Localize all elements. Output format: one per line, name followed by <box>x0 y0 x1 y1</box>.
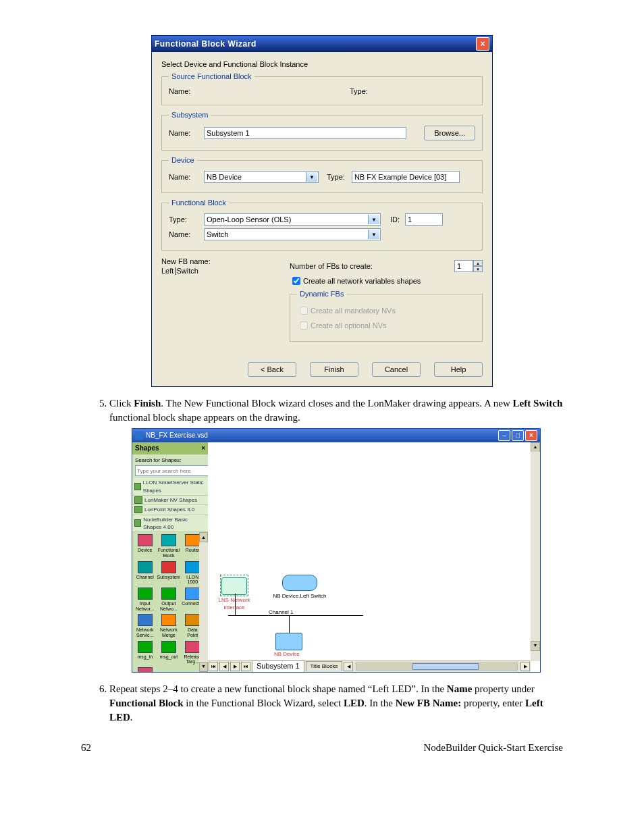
back-button[interactable]: < Back <box>248 362 296 377</box>
chevron-up-icon: ▲ <box>473 260 483 266</box>
fb-type-label: Type: <box>169 215 204 224</box>
tab-bar: ⏮ ◀ ▶ ⏭ Subsystem 1 Title Blocks ◀ ▶ <box>208 660 531 672</box>
drawing-canvas[interactable]: LNS Network Interface NB Device.Left Swi… <box>208 442 540 672</box>
chevron-down-icon: ▼ <box>368 230 379 239</box>
last-tab-icon[interactable]: ⏭ <box>241 662 250 671</box>
chevron-down-icon: ▼ <box>473 266 483 272</box>
close-icon[interactable]: × <box>525 430 537 441</box>
stencil-item[interactable]: LonMaker NV Shapes <box>132 496 208 505</box>
dialog-titlebar[interactable]: Functional Block Wizard × <box>152 36 492 52</box>
device-name-select[interactable]: NB Device▼ <box>204 171 319 183</box>
shape-item[interactable]: Network Servic... <box>134 614 156 637</box>
num-fbs-label: Number of FBs to create: <box>290 262 454 270</box>
drawing-titlebar[interactable]: NB_FX Exercise.vsd – □ × <box>132 429 540 442</box>
subsystem-name-field[interactable] <box>204 127 406 139</box>
id-field[interactable] <box>405 213 443 226</box>
prev-tab-icon[interactable]: ◀ <box>219 662 229 671</box>
drawing-filename: NB_FX Exercise.vsd <box>146 431 495 440</box>
stencil-item[interactable]: i.LON SmartServer Static Shapes <box>132 478 208 496</box>
stencil-item[interactable]: NodeBuilder Basic Shapes 4.00 <box>132 515 208 533</box>
step-5: Click Finish. The New Functional Block w… <box>109 396 563 673</box>
first-tab-icon[interactable]: ⏮ <box>209 662 218 671</box>
shape-item[interactable]: Network Merge <box>157 614 181 637</box>
minimize-icon[interactable]: – <box>498 430 510 441</box>
fb-type-select[interactable]: Open-Loop Sensor (OLS)▼ <box>204 213 381 226</box>
lns-label: LNS Network Interface <box>211 596 258 612</box>
close-icon[interactable]: × <box>476 37 489 51</box>
visio-drawing-window: NB_FX Exercise.vsd – □ × Shapes× Search … <box>132 428 541 673</box>
shape-item[interactable]: Channel <box>134 561 156 585</box>
maximize-icon[interactable]: □ <box>512 430 524 441</box>
shape-item[interactable]: Subsystem <box>157 561 181 585</box>
subsystem-name-label: Name: <box>169 129 204 137</box>
shape-item[interactable]: Device <box>134 534 156 558</box>
source-fb-group: Source Functional Block Name: Type: <box>161 72 483 105</box>
shape-item[interactable]: msg_in <box>134 641 156 664</box>
scroll-up-icon[interactable]: ▲ <box>199 532 208 542</box>
scroll-left-icon[interactable]: ◀ <box>344 662 353 671</box>
create-mandatory-nvs-checkbox <box>300 307 308 315</box>
scroll-down-icon[interactable]: ▼ <box>199 662 208 672</box>
tab-title-blocks[interactable]: Title Blocks <box>306 661 343 671</box>
cancel-button[interactable]: Cancel <box>372 362 421 377</box>
shapes-panel: Shapes× Search for Shapes: v → i.LON Sma… <box>132 442 208 672</box>
shape-item[interactable]: Develop... Target <box>134 667 156 671</box>
browse-button[interactable]: Browse... <box>424 126 475 140</box>
close-icon[interactable]: × <box>201 444 205 453</box>
chevron-down-icon: ▼ <box>306 172 317 182</box>
stencil-list: i.LON SmartServer Static ShapesLonMaker … <box>132 478 208 532</box>
new-fb-label: New FB name: <box>161 257 290 265</box>
shape-item[interactable]: Functional Block <box>157 534 181 558</box>
horizontal-scrollbar[interactable] <box>356 662 518 671</box>
create-optional-nvs-checkbox <box>300 321 308 330</box>
shape-grid: DeviceFunctional BlockRouterChannelSubsy… <box>132 532 199 671</box>
new-fb-name-input[interactable]: Left Switch <box>161 267 290 275</box>
next-tab-icon[interactable]: ▶ <box>230 662 240 671</box>
page-number: 62 <box>81 742 91 754</box>
dialog-heading: Select Device and Functional Block Insta… <box>161 60 483 68</box>
num-fbs-stepper[interactable]: ▲▼ <box>454 260 483 272</box>
id-label: ID: <box>390 215 400 224</box>
shape-item[interactable]: msg_out <box>157 641 181 664</box>
search-label: Search for Shapes: <box>135 457 205 464</box>
name-label: Name: <box>169 87 204 95</box>
device-type-field <box>352 171 460 183</box>
finish-button[interactable]: Finish <box>310 362 358 377</box>
shape-item[interactable]: i.LON 1000 <box>182 561 199 585</box>
shape-item[interactable]: Router <box>182 534 199 558</box>
left-switch-shape[interactable] <box>282 575 317 591</box>
shape-item[interactable]: Input Networ... <box>134 588 156 611</box>
channel-line[interactable] <box>228 615 363 616</box>
device-group: Device Name: NB Device▼ Type: <box>161 156 483 193</box>
channel-label: Channel 1 <box>269 608 293 616</box>
stencil-item[interactable]: LonPoint Shapes 3.0 <box>132 505 208 515</box>
shape-item[interactable]: Output Netwo... <box>157 588 181 611</box>
dynamic-fbs-group: Dynamic FBs Create all mandatory NVs Cre… <box>290 290 483 342</box>
footer-title: NodeBuilder Quick-Start Exercise <box>423 742 563 754</box>
functional-block-wizard-dialog: Functional Block Wizard × Select Device … <box>151 35 493 387</box>
tab-subsystem1[interactable]: Subsystem 1 <box>252 660 304 672</box>
visio-icon <box>135 432 143 440</box>
shapes-search-input[interactable] <box>135 465 210 476</box>
left-switch-label: NB Device.Left Switch <box>273 592 327 600</box>
help-button[interactable]: Help <box>434 362 483 377</box>
shapes-heading: Shapes <box>135 444 159 453</box>
device-name-label: Name: <box>169 173 204 181</box>
shape-item[interactable]: Data Point <box>182 614 199 637</box>
subsystem-group: Subsystem Name: Browse... <box>161 111 483 151</box>
nb-device-label: NB Device <box>274 650 300 658</box>
fb-name-select[interactable]: Switch▼ <box>204 228 381 240</box>
device-type-label: Type: <box>327 173 345 181</box>
functional-block-group: Functional Block Type: Open-Loop Sensor … <box>161 199 483 251</box>
type-label: Type: <box>350 87 368 95</box>
step-6: Repeat steps 2–4 to create a new functio… <box>109 682 563 725</box>
shape-item[interactable]: Connector <box>182 588 199 611</box>
chevron-down-icon: ▼ <box>368 215 379 224</box>
create-nv-label: Create all network variables shapes <box>303 277 421 285</box>
scroll-right-icon[interactable]: ▶ <box>520 662 530 671</box>
page-footer: 62 NodeBuilder Quick-Start Exercise <box>81 742 563 754</box>
create-nv-checkbox[interactable] <box>292 277 300 285</box>
shape-item[interactable]: Release Targ... <box>182 641 199 664</box>
vertical-scrollbar[interactable]: ▲▼ <box>531 442 540 661</box>
nb-device-shape[interactable] <box>275 633 302 650</box>
